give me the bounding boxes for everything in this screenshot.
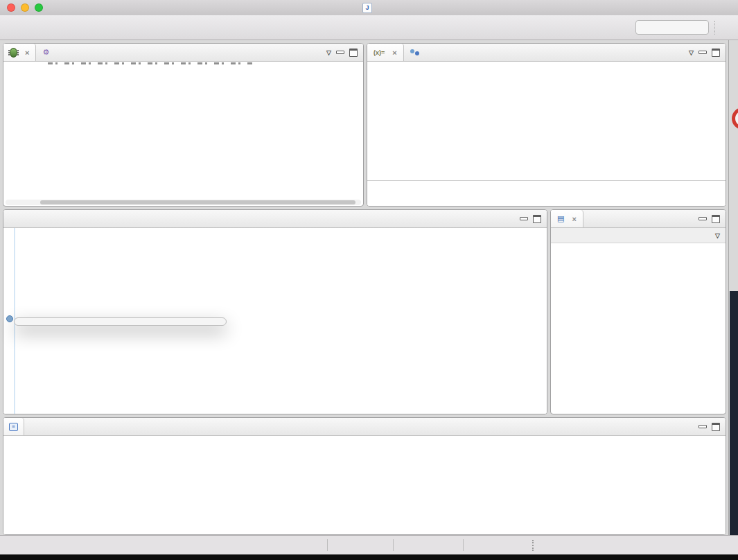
background-red-circle <box>732 107 738 130</box>
variables-icon: (x)= <box>374 49 385 56</box>
tab-outline[interactable]: ▤ × <box>551 210 583 227</box>
debug-bug-icon <box>10 48 17 58</box>
quick-access-box <box>635 20 709 35</box>
debug-view-header: × ⚙ ▽ <box>3 44 363 62</box>
traffic-lights <box>7 3 43 12</box>
tab-debug[interactable]: × <box>3 44 36 61</box>
maximize-icon[interactable] <box>712 423 720 431</box>
more-tabs-indicator[interactable] <box>3 213 12 227</box>
view-menu-icon[interactable]: ▽ <box>689 49 694 56</box>
maximize-icon[interactable] <box>349 49 358 57</box>
variables-content <box>367 62 726 206</box>
outline-icon: ▤ <box>557 214 564 223</box>
breakpoint-ruler-annotation[interactable] <box>6 315 13 322</box>
variables-view: (x)= × ▽ <box>367 43 726 207</box>
window-title: J <box>362 3 376 13</box>
console-view-header: ≡ <box>3 418 726 436</box>
close-icon[interactable]: × <box>572 215 576 223</box>
scrollbar-thumb[interactable] <box>40 200 355 204</box>
status-drag-handle[interactable] <box>532 540 534 551</box>
horizontal-scrollbar[interactable] <box>6 200 361 205</box>
minimize-icon[interactable] <box>699 51 707 54</box>
close-icon[interactable]: × <box>392 49 396 57</box>
minimize-icon[interactable] <box>699 425 707 428</box>
console-view: ≡ <box>3 417 726 535</box>
minimize-icon[interactable] <box>699 217 707 220</box>
minimize-icon[interactable] <box>520 217 528 220</box>
breakpoints-icon <box>410 49 419 55</box>
background-window-strip <box>730 291 738 535</box>
quick-access-input[interactable] <box>635 20 709 35</box>
title-bar: J <box>0 0 738 16</box>
tab-breakpoints[interactable] <box>404 44 429 61</box>
zoom-window-button[interactable] <box>35 3 43 12</box>
servers-icon: ⚙ <box>42 48 49 57</box>
eclipse-window: J × ⚙ ▽ <box>0 0 738 560</box>
maximize-icon[interactable] <box>712 215 720 223</box>
maximize-icon[interactable] <box>712 49 720 57</box>
window-right-border <box>728 40 729 535</box>
outline-view: ▤ × ▽ <box>550 209 726 414</box>
maximize-icon[interactable] <box>533 215 541 223</box>
variables-view-header: (x)= × ▽ <box>367 44 726 62</box>
console-icon: ≡ <box>9 423 18 431</box>
view-menu-icon[interactable]: ▽ <box>326 49 331 56</box>
ruler-context-menu <box>14 317 227 326</box>
debug-view: × ⚙ ▽ <box>3 43 364 207</box>
status-bar <box>0 535 738 554</box>
debug-thread-tree <box>3 62 363 206</box>
outline-member-list <box>551 243 726 414</box>
tab-variables[interactable]: (x)= × <box>367 44 404 61</box>
close-window-button[interactable] <box>7 3 15 12</box>
console-content <box>3 436 726 534</box>
view-menu-icon[interactable]: ▽ <box>715 232 720 239</box>
screen-bottom-edge <box>0 554 738 560</box>
detail-pane-sash[interactable] <box>367 180 726 181</box>
minimize-icon[interactable] <box>336 51 344 54</box>
tab-servers[interactable]: ⚙ <box>36 44 59 61</box>
editor-tab-bar <box>3 210 547 228</box>
main-toolbar <box>0 15 738 40</box>
outline-toolbar: ▽ <box>551 228 726 243</box>
minimize-window-button[interactable] <box>21 3 29 12</box>
toolbar-separator <box>714 21 716 35</box>
java-file-icon: J <box>362 3 372 13</box>
tab-console[interactable]: ≡ <box>3 418 24 435</box>
outline-view-header: ▤ × <box>551 210 726 228</box>
clipped-thread-row <box>48 62 252 64</box>
editor-area <box>3 209 547 414</box>
close-icon[interactable]: × <box>25 49 29 57</box>
